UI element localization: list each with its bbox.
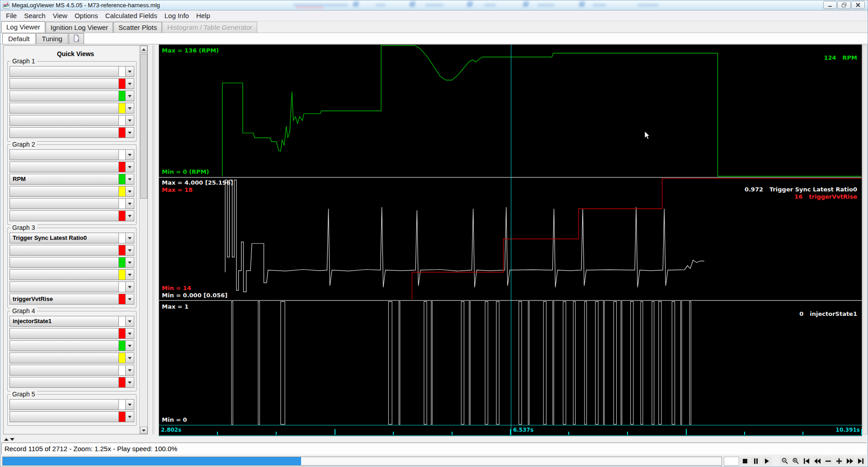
menu-item-file[interactable]: File (2, 11, 20, 20)
dropdown-arrow[interactable] (125, 316, 134, 326)
dropdown-arrow[interactable] (125, 103, 134, 113)
dropdown-arrow[interactable] (125, 162, 134, 172)
rewind-button[interactable] (812, 457, 822, 466)
param-combobox[interactable]: RPM (10, 174, 118, 184)
zoom-in-button[interactable] (791, 457, 801, 466)
fast-forward-button[interactable] (845, 457, 855, 466)
minimize-button[interactable] (823, 1, 837, 9)
playback-progressbar[interactable] (2, 457, 722, 466)
param-combobox[interactable] (10, 150, 118, 160)
dropdown-arrow[interactable] (125, 400, 134, 410)
tab-scatter-plots[interactable]: Scatter Plots (113, 22, 162, 33)
dropdown-arrow[interactable] (125, 329, 134, 338)
param-combobox[interactable] (10, 341, 118, 351)
param-combobox[interactable] (10, 199, 118, 209)
series-color-chip (118, 115, 125, 125)
param-combobox[interactable] (10, 257, 118, 267)
dropdown-arrow[interactable] (125, 341, 134, 351)
tab-log-viewer[interactable]: Log Viewer (1, 21, 45, 33)
param-combobox[interactable] (10, 412, 118, 422)
param-combobox[interactable] (10, 186, 118, 196)
play-button[interactable] (762, 457, 772, 466)
param-combobox[interactable]: injectorState1 (10, 316, 118, 326)
param-combobox[interactable] (10, 103, 118, 113)
dropdown-arrow[interactable] (125, 257, 134, 267)
dropdown-arrow[interactable] (125, 294, 134, 304)
dropdown-arrow[interactable] (125, 270, 134, 280)
dropdown-arrow[interactable] (125, 377, 134, 387)
graph-group-label: Graph 4 (10, 307, 37, 315)
param-combobox[interactable] (10, 162, 118, 172)
pause-button[interactable] (751, 457, 761, 466)
new-view-tab[interactable] (69, 33, 84, 44)
dropdown-arrow[interactable] (125, 67, 134, 76)
dropdown-arrow[interactable] (125, 365, 134, 375)
param-combobox[interactable] (10, 377, 118, 387)
fast-forward-icon (846, 457, 854, 465)
tab-ignition-log-viewer[interactable]: Ignition Log Viewer (46, 22, 113, 33)
param-combobox[interactable] (10, 270, 118, 280)
timeline-start-label: 2.802s (161, 427, 181, 433)
menu-item-help[interactable]: Help (193, 11, 214, 20)
param-combobox[interactable] (10, 211, 118, 221)
param-combobox[interactable] (10, 245, 118, 255)
param-combobox[interactable] (10, 91, 118, 101)
graph-scrollbar[interactable] (863, 45, 868, 434)
speed-plus-button[interactable] (834, 457, 844, 466)
dropdown-arrow[interactable] (125, 186, 134, 196)
speed-minus-button[interactable] (823, 457, 833, 466)
view-tab-tuning[interactable]: Tuning (36, 33, 68, 44)
dropdown-arrow[interactable] (125, 174, 134, 184)
param-combobox[interactable] (10, 128, 118, 138)
playback-cursor[interactable] (511, 45, 511, 436)
sidebar-scrollbar[interactable] (139, 46, 147, 434)
series-color-chip (118, 400, 125, 410)
watermark-blur (281, 0, 697, 10)
close-button[interactable] (851, 1, 865, 9)
skip-end-button[interactable] (856, 457, 866, 466)
zoom-out-button[interactable] (780, 457, 790, 466)
dropdown-arrow[interactable] (125, 245, 134, 255)
param-combobox[interactable] (10, 400, 118, 410)
skip-start-button[interactable] (802, 457, 811, 466)
scroll-up-button[interactable] (140, 46, 147, 53)
param-combobox[interactable] (10, 353, 118, 363)
scroll-down-button[interactable] (140, 427, 147, 434)
timeline-tick (861, 429, 862, 435)
param-combobox[interactable] (10, 282, 118, 292)
view-tab-default[interactable]: Default (2, 33, 36, 44)
param-selector-row: RPM (9, 174, 134, 185)
scrollbar-thumb[interactable] (140, 54, 147, 199)
param-combobox[interactable]: Trigger Sync Latest Ratio0 (10, 233, 118, 243)
stop-button[interactable] (740, 457, 750, 466)
chevron-down-icon (128, 71, 132, 73)
dropdown-arrow[interactable] (125, 91, 134, 101)
menu-item-log-info[interactable]: Log Info (161, 11, 193, 20)
param-combobox[interactable] (10, 365, 118, 375)
param-combobox[interactable] (10, 79, 118, 89)
param-combobox[interactable] (10, 115, 118, 125)
series-color-chip (118, 128, 125, 138)
dropdown-arrow[interactable] (125, 412, 134, 422)
param-combobox[interactable]: triggerVvtRise (10, 294, 118, 304)
restore-button[interactable] (837, 1, 851, 9)
menu-item-search[interactable]: Search (20, 11, 49, 20)
dropdown-arrow[interactable] (125, 233, 134, 243)
graph-group-label: Graph 2 (10, 141, 37, 148)
dropdown-arrow[interactable] (125, 150, 134, 160)
chevron-down-icon (128, 345, 132, 347)
dropdown-arrow[interactable] (125, 199, 134, 209)
dropdown-arrow[interactable] (125, 115, 134, 125)
menu-item-calculated-fields[interactable]: Calculated Fields (102, 11, 161, 20)
menu-item-options[interactable]: Options (71, 11, 102, 20)
dropdown-arrow[interactable] (125, 128, 134, 138)
dropdown-arrow[interactable] (125, 282, 134, 292)
menu-item-view[interactable]: View (49, 11, 71, 20)
splitter-arrows[interactable] (4, 437, 14, 442)
dropdown-arrow[interactable] (125, 79, 134, 89)
dropdown-arrow[interactable] (125, 211, 134, 221)
param-combobox[interactable] (10, 67, 118, 76)
param-combobox[interactable] (10, 329, 118, 338)
dropdown-arrow[interactable] (125, 353, 134, 363)
panel-splitter[interactable] (150, 45, 157, 434)
